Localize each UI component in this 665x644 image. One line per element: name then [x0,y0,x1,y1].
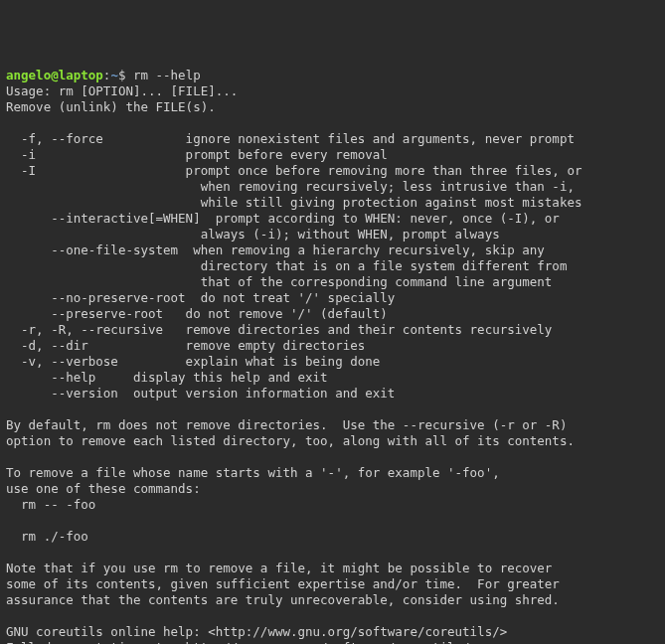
terminal-window[interactable]: angelo@laptop:~$ rm --help Usage: rm [OP… [6,68,659,644]
prompt-line: angelo@laptop:~$ rm --help [6,68,201,82]
command-text: rm --help [133,68,201,82]
command-output: Usage: rm [OPTION]... [FILE]... Remove (… [6,83,582,644]
prompt-symbol: $ [118,68,133,82]
prompt-user: angelo [6,68,51,82]
prompt-host: laptop [59,68,103,82]
prompt-at: @ [51,68,59,82]
prompt-path: ~ [110,68,118,82]
